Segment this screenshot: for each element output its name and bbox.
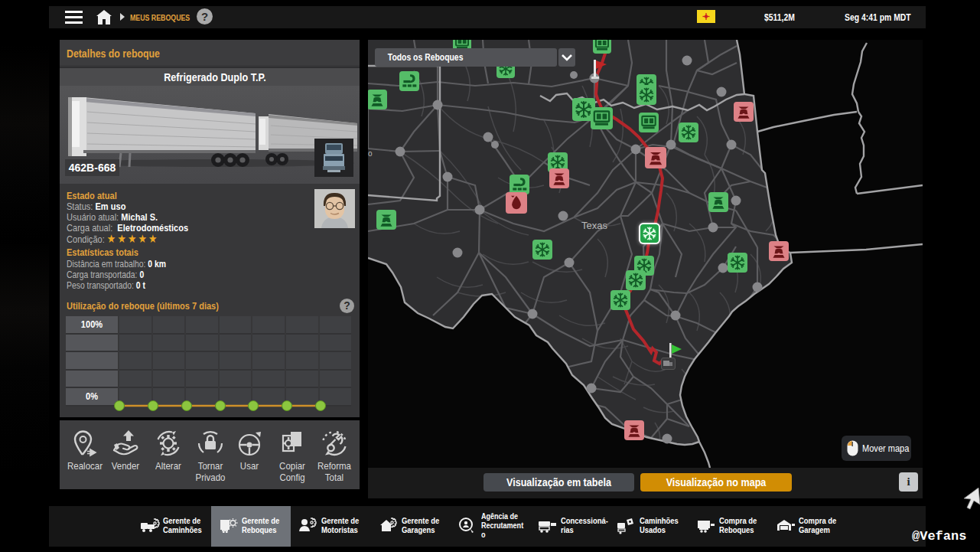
svg-text:o: o: [368, 149, 373, 158]
svg-text:Texas: Texas: [581, 220, 607, 231]
